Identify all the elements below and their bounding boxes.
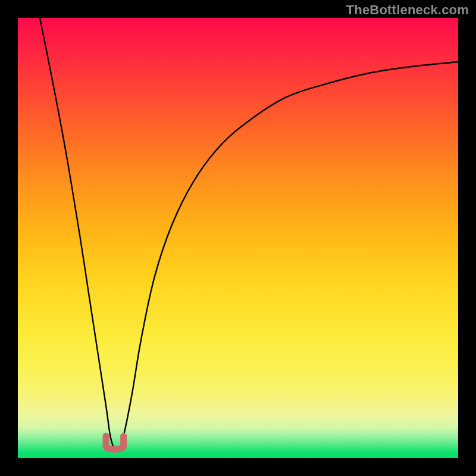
watermark-text: TheBottleneck.com (346, 2, 469, 18)
curve-path (40, 18, 458, 451)
chart-frame: TheBottleneck.com (0, 0, 476, 476)
bottleneck-curve (18, 18, 458, 458)
plot-area (18, 18, 458, 458)
optimal-marker (106, 436, 124, 449)
